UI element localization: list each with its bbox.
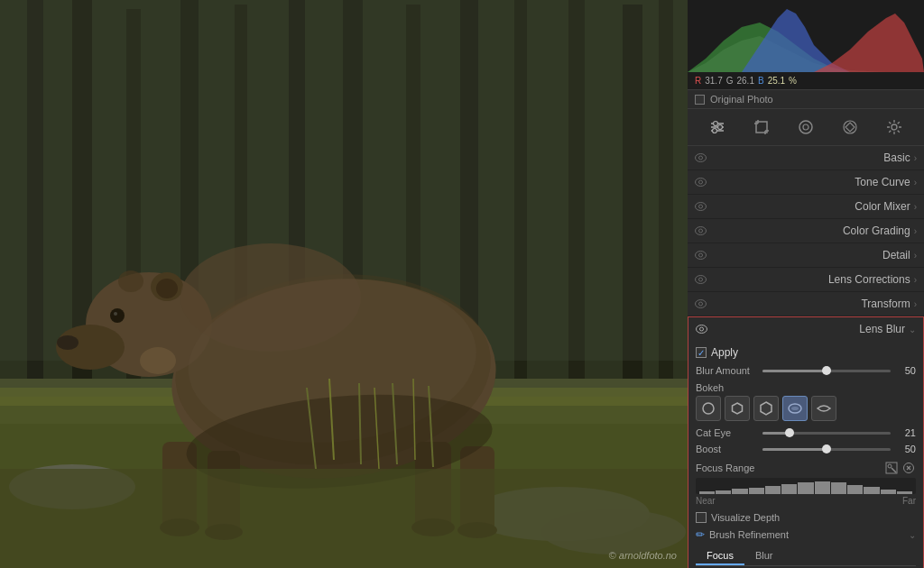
svg-point-70 (799, 121, 812, 133)
svg-point-78 (698, 205, 702, 208)
section-lens-corrections-label: Lens Corrections (711, 273, 910, 286)
section-color-mixer-arrow: › (914, 202, 917, 212)
brush-refinement-label: Brush Refinement (709, 529, 904, 540)
eye-icon-color-grading[interactable] (693, 224, 707, 238)
focus-range-histogram (696, 478, 916, 494)
blur-amount-label: Blur Amount (696, 365, 759, 376)
section-color-mixer-label: Color Mixer (711, 200, 910, 213)
boost-track[interactable] (762, 448, 891, 451)
svg-point-79 (695, 227, 706, 235)
toolbar-crop-icon[interactable] (749, 115, 774, 140)
section-basic[interactable]: Basic › (688, 146, 924, 170)
boost-label: Boost (696, 444, 759, 454)
original-photo-bar[interactable]: Original Photo (688, 90, 924, 109)
svg-point-86 (698, 302, 702, 306)
section-tone-curve[interactable]: Tone Curve › (688, 170, 924, 195)
blur-amount-thumb[interactable] (822, 366, 831, 375)
focus-range-tool-icon[interactable] (884, 461, 899, 475)
section-color-grading-arrow: › (914, 226, 917, 236)
toolbar-mask-icon[interactable] (837, 115, 863, 140)
boost-row: Boost 50 (696, 441, 916, 457)
apply-row: ✓ Apply (696, 341, 916, 362)
eye-icon-basic[interactable] (693, 151, 707, 165)
hist-g-label: G (726, 76, 734, 86)
focus-range-header: Focus Range (696, 457, 916, 478)
svg-point-88 (699, 327, 703, 331)
brush-arrow: ⌄ (909, 530, 916, 540)
bokeh-circle-btn[interactable] (696, 396, 721, 421)
eye-icon-detail[interactable] (693, 248, 707, 262)
visualize-row: Visualize Depth (696, 509, 916, 526)
cat-eye-track[interactable] (762, 432, 891, 435)
eye-icon-lens-blur[interactable] (694, 322, 708, 336)
boost-thumb[interactable] (822, 444, 831, 453)
cat-eye-label: Cat Eye (696, 427, 759, 438)
right-panel: R 31.7 G 26.1 B 25.1 % Original Photo (688, 0, 924, 568)
hist-g-value: 26.1 (736, 76, 753, 86)
svg-point-75 (695, 179, 706, 187)
svg-point-89 (703, 403, 714, 414)
visualize-depth-label: Visualize Depth (711, 512, 780, 523)
blur-tab[interactable]: Blur (744, 547, 784, 565)
svg-point-84 (698, 278, 702, 281)
histogram-values: R 31.7 G 26.1 B 25.1 % (695, 76, 797, 86)
section-color-grading[interactable]: Color Grading › (688, 219, 924, 243)
toolbar-adjust-icon[interactable] (705, 115, 730, 140)
section-detail[interactable]: Detail › (688, 243, 924, 268)
eye-icon-lens-corrections[interactable] (693, 272, 707, 287)
apply-checkmark: ✓ (698, 348, 705, 358)
svg-point-83 (695, 276, 706, 284)
toolbar-settings-icon[interactable] (882, 115, 907, 140)
hist-pct: % (789, 76, 797, 86)
svg-point-62 (717, 125, 722, 130)
lens-blur-body: ✓ Apply Blur Amount 50 Bokeh (688, 341, 923, 568)
focus-tab[interactable]: Focus (696, 547, 744, 565)
section-transform-label: Transform (711, 298, 910, 310)
focus-range-label: Focus Range (696, 463, 881, 473)
focus-range-labels: Near Far (696, 496, 916, 506)
bokeh-shapes (696, 396, 916, 421)
hist-b-value: 25.1 (768, 76, 785, 86)
blur-amount-track[interactable] (762, 370, 891, 372)
section-basic-label: Basic (711, 151, 910, 164)
section-detail-label: Detail (711, 249, 910, 261)
blur-amount-row: Blur Amount 50 (696, 362, 916, 379)
focus-range-reset-icon[interactable] (901, 461, 916, 475)
bokeh-label: Bokeh (696, 382, 916, 393)
bokeh-hexagon2-btn[interactable] (753, 396, 779, 421)
bokeh-anamorphic-btn[interactable] (811, 396, 836, 421)
svg-point-95 (888, 464, 892, 468)
section-transform[interactable]: Transform › (688, 292, 924, 316)
toolbar-heal-icon[interactable] (793, 115, 818, 140)
eye-icon-tone-curve[interactable] (693, 175, 707, 189)
toolbar (688, 109, 924, 146)
section-lens-corrections-arrow: › (914, 275, 917, 285)
lens-blur-section: Lens Blur ⌄ ✓ Apply Blur Amount (688, 316, 924, 568)
svg-marker-90 (733, 403, 743, 414)
near-label: Near (696, 496, 716, 506)
section-color-grading-label: Color Grading (711, 224, 910, 237)
svg-line-96 (892, 468, 896, 472)
svg-point-77 (695, 203, 706, 211)
lens-blur-header[interactable]: Lens Blur ⌄ (688, 317, 923, 341)
panel-sections: Basic › Tone Curve › Color Mixer › Color… (688, 146, 924, 568)
apply-checkbox[interactable]: ✓ (696, 347, 707, 358)
svg-point-76 (698, 180, 702, 184)
hist-r-value: 31.7 (705, 76, 722, 86)
original-photo-checkbox[interactable] (695, 95, 705, 105)
cat-eye-thumb[interactable] (785, 428, 794, 437)
eye-icon-transform[interactable] (693, 297, 707, 311)
focus-range-icons (884, 461, 916, 475)
section-color-mixer[interactable]: Color Mixer › (688, 195, 924, 219)
visualize-depth-checkbox[interactable] (696, 512, 707, 523)
eye-icon-color-mixer[interactable] (693, 199, 707, 214)
svg-point-81 (695, 252, 706, 260)
hist-b-label: B (758, 76, 764, 86)
bokeh-hexagon-btn[interactable] (725, 396, 750, 421)
svg-point-93 (791, 407, 799, 410)
bokeh-cat-eye-btn[interactable] (782, 396, 808, 421)
section-lens-corrections[interactable]: Lens Corrections › (688, 268, 924, 292)
lens-blur-arrow: ⌄ (909, 325, 916, 334)
brush-refinement-row[interactable]: ✏ Brush Refinement ⌄ (696, 526, 916, 544)
svg-point-74 (698, 156, 702, 160)
